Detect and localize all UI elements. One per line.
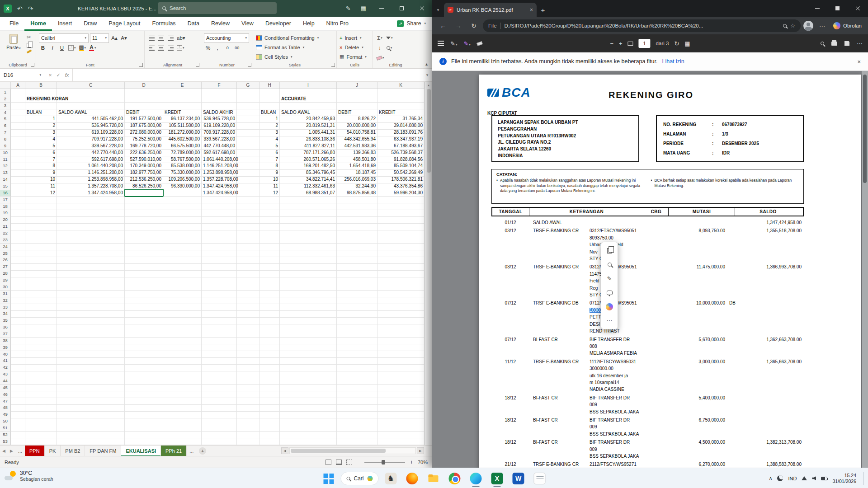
cell-K44[interactable]	[377, 378, 425, 385]
cell-H52[interactable]	[259, 432, 280, 439]
cell-J37[interactable]	[337, 331, 377, 338]
cell-H28[interactable]	[259, 270, 280, 277]
row-header-4[interactable]: 4	[0, 109, 11, 117]
cell-I11[interactable]: 260.571.065,26	[280, 156, 337, 164]
cell-G24[interactable]	[237, 244, 259, 251]
cell-J9[interactable]: 442.531.933,36	[337, 143, 377, 150]
cell-K9[interactable]: 67.188.493,67	[377, 143, 425, 150]
cell-B25[interactable]	[25, 250, 57, 258]
ribbon-tab-file[interactable]: File	[4, 17, 24, 31]
cell-I24[interactable]	[280, 244, 337, 251]
cell-B40[interactable]	[25, 351, 57, 358]
cell-A9[interactable]	[11, 143, 25, 150]
cell-A6[interactable]	[11, 122, 25, 130]
cell-K53[interactable]	[377, 438, 425, 445]
cell-F6[interactable]: 619.109.228,00	[202, 122, 237, 130]
firefox-taskbar-button[interactable]	[403, 469, 421, 488]
cell-F49[interactable]	[202, 411, 237, 418]
cell-B9[interactable]: 5	[25, 143, 57, 150]
cell-C8[interactable]: 709.917.228,00	[57, 136, 125, 143]
pdf-scrollbar[interactable]	[862, 71, 868, 468]
cell-D32[interactable]	[125, 297, 163, 305]
minimize-button[interactable]	[371, 0, 392, 17]
cell-D39[interactable]	[125, 344, 163, 352]
cell-F40[interactable]	[202, 351, 237, 358]
cell-C39[interactable]	[57, 344, 125, 352]
url-field[interactable]: File D:/SIROJ/Padel%20Group/D%20Lapangan…	[483, 19, 801, 32]
cell-H49[interactable]	[259, 411, 280, 418]
cell-F9[interactable]: 442.770.448,00	[202, 143, 237, 150]
cell-H41[interactable]	[259, 357, 280, 365]
cell-B7[interactable]: 3	[25, 129, 57, 136]
cell-A19[interactable]	[11, 210, 25, 217]
cell-B42[interactable]	[25, 364, 57, 371]
cell-H17[interactable]	[259, 197, 280, 204]
cell-K25[interactable]	[377, 250, 425, 258]
column-header-I[interactable]: I	[280, 82, 337, 89]
cell-I34[interactable]	[280, 310, 337, 318]
cell-A13[interactable]	[11, 169, 25, 177]
zoom-out-icon[interactable]: −	[357, 459, 360, 465]
cell-G17[interactable]	[237, 197, 259, 204]
cell-F22[interactable]	[202, 230, 237, 237]
cell-C6[interactable]: 536.945.728,00	[57, 122, 125, 130]
cell-K47[interactable]	[377, 398, 425, 405]
cell-B30[interactable]	[25, 284, 57, 291]
view-permission-link[interactable]: Lihat izin	[662, 58, 684, 65]
cell-K30[interactable]	[377, 284, 425, 291]
save-icon[interactable]	[844, 41, 849, 46]
ribbon-tab-nitro-pro[interactable]: Nitro Pro	[321, 17, 354, 31]
cell-A2[interactable]	[11, 96, 25, 103]
cell-H2[interactable]	[259, 96, 280, 103]
sheet-overflow-left[interactable]: ...	[15, 448, 25, 454]
cell-B45[interactable]	[25, 385, 57, 392]
cell-C51[interactable]	[57, 425, 125, 432]
cell-B22[interactable]	[25, 230, 57, 237]
cell-F34[interactable]	[202, 310, 237, 318]
cell-I18[interactable]	[280, 203, 337, 211]
cell-I48[interactable]	[280, 404, 337, 412]
cell-E45[interactable]	[163, 385, 202, 392]
comma-style-icon[interactable]: ,	[213, 43, 222, 52]
cell-I31[interactable]	[280, 291, 337, 298]
cell-K19[interactable]	[377, 210, 425, 217]
cell-F28[interactable]	[202, 270, 237, 277]
ribbon-tab-insert[interactable]: Insert	[52, 17, 78, 31]
toc-menu-icon[interactable]	[438, 41, 444, 42]
cell-B11[interactable]: 7	[25, 156, 57, 164]
expand-formula-bar-icon[interactable]: ▾	[422, 69, 432, 81]
close-button[interactable]	[412, 0, 432, 17]
cell-E18[interactable]	[163, 203, 202, 211]
cell-A31[interactable]	[11, 291, 25, 298]
cell-B51[interactable]	[25, 425, 57, 432]
cell-G42[interactable]	[237, 364, 259, 371]
cell-I47[interactable]	[280, 398, 337, 405]
row-header-35[interactable]: 35	[0, 317, 11, 324]
cell-B38[interactable]	[25, 338, 57, 345]
cell-G25[interactable]	[237, 250, 259, 258]
cell-J39[interactable]	[337, 344, 377, 352]
cell-B41[interactable]	[25, 357, 57, 365]
cell-F46[interactable]	[202, 391, 237, 399]
cell-I3[interactable]	[280, 103, 337, 110]
row-header-3[interactable]: 3	[0, 103, 11, 110]
cell-C12[interactable]: 1.061.440.208,00	[57, 163, 125, 170]
cell-J47[interactable]	[337, 398, 377, 405]
cell-J42[interactable]	[337, 364, 377, 371]
cell-G51[interactable]	[237, 425, 259, 432]
cell-I6[interactable]: 20.819.521,31	[280, 122, 337, 130]
cell-C9[interactable]: 339.567.228,00	[57, 143, 125, 150]
cell-H35[interactable]	[259, 317, 280, 324]
cell-H43[interactable]	[259, 371, 280, 378]
cell-F8[interactable]: 339.567.228,00	[202, 136, 237, 143]
cell-A49[interactable]	[11, 411, 25, 418]
cell-E48[interactable]	[163, 404, 202, 412]
cell-J22[interactable]	[337, 230, 377, 237]
cell-J30[interactable]	[337, 284, 377, 291]
row-header-19[interactable]: 19	[0, 210, 11, 217]
cell-E4[interactable]: KREDIT	[163, 109, 202, 117]
cell-F4[interactable]: SALDO AKHIR	[202, 109, 237, 117]
font-name-select[interactable]: Calibri▾	[39, 33, 89, 43]
cell-J16[interactable]: 98.875.856,48	[337, 190, 377, 197]
cell-C37[interactable]	[57, 331, 125, 338]
